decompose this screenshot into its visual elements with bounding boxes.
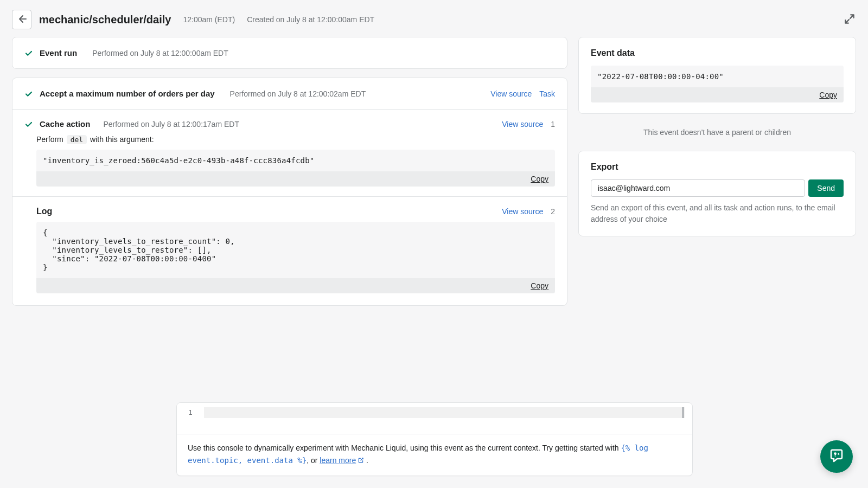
check-icon [24,120,33,129]
page-title: mechanic/scheduler/daily [39,14,171,26]
task-view-source-link[interactable]: View source [490,89,532,98]
event-data-content: "2022-07-08T00:00:00-04:00" [591,66,844,87]
check-icon [24,49,33,57]
export-title: Export [591,162,844,172]
cache-copy-button[interactable]: Copy [531,175,548,183]
external-link-icon [358,455,364,467]
event-data-title: Event data [591,48,844,58]
event-data-card: Event data "2022-07-08T00:00:00-04:00" C… [578,37,856,114]
page-header: mechanic/scheduler/daily 12:00am (EDT) C… [0,0,868,37]
expand-icon [844,13,856,27]
expand-button[interactable] [843,13,856,26]
cache-view-source-link[interactable]: View source [502,120,543,129]
perform-suffix: with this argument: [90,135,154,144]
log-copy-button[interactable]: Copy [531,281,548,290]
check-icon [24,89,33,98]
log-content: { "inventory_levels_to_restore_count": 0… [36,222,555,278]
task-performed: Performed on July 8 at 12:00:02am EDT [230,89,366,98]
parent-children-text: This event doesn't have a parent or chil… [578,123,856,142]
send-button[interactable]: Send [808,179,844,197]
export-email-input[interactable] [591,179,805,197]
console-editor[interactable]: 1 [177,403,692,434]
log-index: 2 [551,207,555,216]
log-block: { "inventory_levels_to_restore_count": 0… [36,222,555,293]
export-card: Export Send Send an export of this event… [578,151,856,236]
chat-icon [828,448,845,466]
console-card: 1 Use this console to dynamically experi… [176,402,693,476]
console-help-prefix: Use this console to dynamically experime… [188,444,621,452]
event-run-title: Event run [40,48,77,57]
perform-cmd: del [67,135,87,144]
perform-prefix: Perform [36,135,63,144]
console-cursor [682,407,684,418]
event-run-card: Event run Performed on July 8 at 12:00:0… [12,37,567,69]
header-time: 12:00am (EDT) [183,15,235,24]
cache-index: 1 [551,120,555,129]
console-current-line[interactable] [204,407,685,418]
cache-argument-block: "inventory_is_zeroed:560c4a5d-e2c0-493b-… [36,150,555,187]
perform-line: Perform del with this argument: [12,134,567,150]
svg-point-0 [835,455,836,457]
console-gutter: 1 [177,403,204,434]
back-button[interactable] [12,10,31,29]
header-created: Created on July 8 at 12:00:00am EDT [247,15,374,24]
learn-more-link[interactable]: learn more [320,456,356,465]
console-or-text: , or [307,456,320,465]
event-run-performed: Performed on July 8 at 12:00:00am EDT [92,49,228,57]
event-data-block: "2022-07-08T00:00:00-04:00" Copy [591,66,844,102]
export-help-text: Send an export of this event, and all it… [591,202,844,225]
task-title: Accept a maximum number of orders per da… [40,89,215,98]
log-view-source-link[interactable]: View source [502,207,543,216]
event-data-copy-button[interactable]: Copy [819,91,837,99]
console-period: . [364,456,368,465]
svg-point-1 [838,453,839,454]
arrow-left-icon [16,14,27,26]
cache-performed: Performed on July 8 at 12:00:17am EDT [103,120,239,129]
chat-button[interactable] [820,440,853,473]
cache-action-title: Cache action [40,119,90,129]
cache-argument-text: "inventory_is_zeroed:560c4a5d-e2c0-493b-… [36,150,555,171]
task-card: Accept a maximum number of orders per da… [12,78,567,306]
task-link[interactable]: Task [539,89,555,98]
console-help: Use this console to dynamically experime… [177,434,692,476]
log-title: Log [36,207,52,216]
